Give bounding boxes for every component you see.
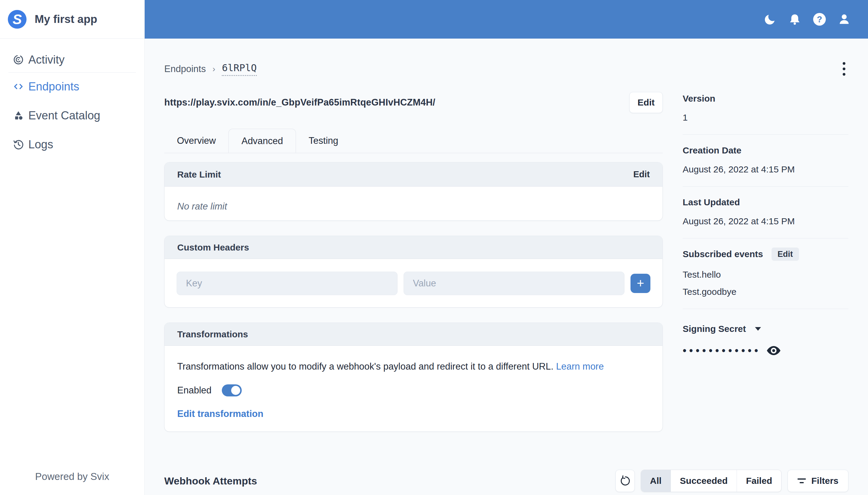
refresh-button[interactable] bbox=[615, 470, 635, 492]
filters-button-label: Filters bbox=[811, 476, 838, 486]
sidebar-nav: Activity Endpoints bbox=[0, 39, 144, 471]
powered-by-svix: Powered by Svix bbox=[0, 471, 144, 495]
no-rate-limit-text: No rate limit bbox=[177, 201, 227, 211]
panel-divider bbox=[683, 186, 848, 187]
last-updated-label: Last Updated bbox=[683, 195, 848, 209]
rate-limit-body: No rate limit bbox=[164, 187, 662, 220]
sidebar-header: S My first app bbox=[0, 0, 144, 39]
webhook-attempts-title: Webhook Attempts bbox=[164, 475, 257, 487]
topbar: ? bbox=[145, 0, 868, 39]
transformations-description: Transformations allow you to modify a we… bbox=[177, 360, 650, 374]
endpoint-url: https://play.svix.com/in/e_GbpVeifPa65im… bbox=[164, 97, 435, 108]
webhook-attempts-controls: All Succeeded Failed Filters bbox=[615, 470, 849, 492]
creation-date-label: Creation Date bbox=[683, 144, 848, 157]
refresh-icon bbox=[620, 475, 630, 486]
webhook-attempts-section: Webhook Attempts All Succeeded Failed bbox=[164, 470, 848, 492]
rate-limit-edit-button[interactable]: Edit bbox=[633, 169, 650, 180]
filter-failed-button[interactable]: Failed bbox=[736, 470, 781, 492]
subscribed-event-item: Test.hello bbox=[683, 268, 848, 281]
enabled-label: Enabled bbox=[177, 385, 212, 396]
chevron-down-icon bbox=[755, 327, 761, 331]
transformations-title: Transformations bbox=[177, 329, 248, 339]
breadcrumb: Endpoints › 6lRPlQ bbox=[164, 62, 257, 76]
subscribed-events-edit-button[interactable]: Edit bbox=[771, 248, 799, 261]
panel-divider bbox=[683, 134, 848, 135]
enabled-row: Enabled bbox=[177, 384, 650, 397]
custom-headers-title: Custom Headers bbox=[177, 242, 249, 253]
sidebar-item-label: Activity bbox=[28, 53, 65, 66]
app-root: S My first app Activity bbox=[0, 0, 868, 495]
transformations-card: Transformations Transformations allow yo… bbox=[164, 323, 663, 432]
transformations-toggle[interactable] bbox=[222, 385, 242, 396]
sidebar-item-activity[interactable]: Activity bbox=[0, 49, 144, 70]
transformations-body: Transformations allow you to modify a we… bbox=[164, 346, 662, 431]
breadcrumb-separator: › bbox=[212, 64, 215, 74]
shapes-icon bbox=[13, 110, 23, 121]
attempts-filter-segmented-control: All Succeeded Failed bbox=[641, 470, 781, 492]
tab-advanced[interactable]: Advanced bbox=[228, 129, 296, 153]
endpoint-details-panel: Version 1 Creation Date August 26, 2022 … bbox=[683, 92, 848, 356]
panel-divider bbox=[683, 309, 848, 309]
layout-row: https://play.svix.com/in/e_GbpVeifPa65im… bbox=[164, 92, 848, 432]
edit-url-button[interactable]: Edit bbox=[629, 92, 663, 113]
learn-more-link[interactable]: Learn more bbox=[556, 361, 604, 372]
signing-secret-row: •••••••••••• bbox=[683, 345, 848, 356]
rate-limit-title: Rate Limit bbox=[177, 169, 221, 180]
subscribed-events-label: Subscribed events bbox=[683, 248, 763, 261]
main-area: ? Endpoints › 6lRPlQ bbox=[145, 0, 868, 495]
filters-button[interactable]: Filters bbox=[787, 470, 848, 492]
filter-succeeded-button[interactable]: Succeeded bbox=[671, 470, 736, 492]
version-label: Version bbox=[683, 92, 848, 105]
header-value-input[interactable] bbox=[403, 272, 624, 295]
app-name: My first app bbox=[35, 13, 97, 25]
custom-headers-body: + bbox=[164, 259, 662, 307]
sidebar-item-endpoints[interactable]: Endpoints bbox=[0, 76, 144, 97]
endpoint-main-column: https://play.svix.com/in/e_GbpVeifPa65im… bbox=[164, 92, 663, 432]
sidebar-item-label: Logs bbox=[28, 138, 53, 151]
header-key-input[interactable] bbox=[177, 272, 398, 295]
endpoint-tabs: Overview Advanced Testing bbox=[164, 129, 663, 153]
transformations-description-text: Transformations allow you to modify a we… bbox=[177, 361, 553, 372]
rate-limit-header: Rate Limit Edit bbox=[164, 163, 662, 187]
history-clock-icon bbox=[13, 139, 23, 150]
content-header: Endpoints › 6lRPlQ bbox=[164, 60, 848, 78]
sidebar-item-logs[interactable]: Logs bbox=[0, 134, 144, 155]
user-account-icon[interactable] bbox=[837, 12, 851, 26]
creation-date-value: August 26, 2022 at 4:15 PM bbox=[683, 163, 848, 176]
add-header-button[interactable]: + bbox=[630, 274, 650, 293]
help-question-glyph: ? bbox=[813, 13, 826, 25]
tab-overview[interactable]: Overview bbox=[164, 129, 228, 153]
transformations-header: Transformations bbox=[164, 323, 662, 346]
sidebar-item-event-catalog[interactable]: Event Catalog bbox=[0, 105, 144, 126]
breadcrumb-endpoint-id[interactable]: 6lRPlQ bbox=[222, 62, 257, 76]
edit-transformation-link[interactable]: Edit transformation bbox=[177, 409, 263, 419]
custom-headers-card: Custom Headers + bbox=[164, 236, 663, 307]
breadcrumb-endpoints-link[interactable]: Endpoints bbox=[164, 64, 206, 74]
filter-all-button[interactable]: All bbox=[641, 470, 671, 492]
version-value: 1 bbox=[683, 111, 848, 124]
subscribed-events-header: Subscribed events Edit bbox=[683, 248, 848, 261]
endpoint-url-row: https://play.svix.com/in/e_GbpVeifPa65im… bbox=[164, 92, 663, 113]
sidebar-item-label: Endpoints bbox=[28, 80, 79, 93]
tab-testing[interactable]: Testing bbox=[296, 129, 351, 153]
filter-lines-icon bbox=[797, 478, 806, 483]
custom-headers-header: Custom Headers bbox=[164, 236, 662, 259]
signing-secret-label: Signing Secret bbox=[683, 322, 746, 336]
sidebar-divider bbox=[8, 72, 136, 73]
kebab-menu-icon[interactable] bbox=[840, 60, 848, 78]
reveal-secret-eye-icon[interactable] bbox=[767, 345, 781, 356]
activity-icon bbox=[13, 54, 23, 65]
subscribed-event-item: Test.goodbye bbox=[683, 285, 848, 298]
sidebar-item-label: Event Catalog bbox=[28, 109, 100, 122]
content: Endpoints › 6lRPlQ https://play.svix.com… bbox=[145, 39, 868, 495]
signing-secret-masked-value: •••••••••••• bbox=[683, 345, 761, 356]
notifications-bell-icon[interactable] bbox=[788, 12, 802, 26]
last-updated-value: August 26, 2022 at 4:15 PM bbox=[683, 215, 848, 228]
help-icon[interactable]: ? bbox=[813, 12, 827, 26]
signing-secret-dropdown[interactable]: Signing Secret bbox=[683, 322, 848, 336]
dark-mode-moon-icon[interactable] bbox=[763, 12, 777, 26]
code-brackets-icon bbox=[13, 81, 23, 92]
sidebar: S My first app Activity bbox=[0, 0, 145, 495]
rate-limit-card: Rate Limit Edit No rate limit bbox=[164, 162, 663, 221]
svix-logo: S bbox=[8, 10, 27, 29]
